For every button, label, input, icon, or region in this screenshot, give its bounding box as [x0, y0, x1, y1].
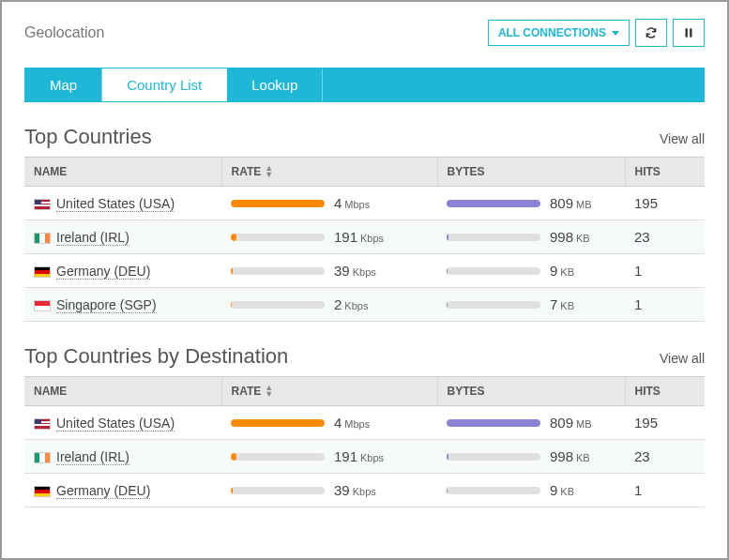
section-title-by-destination: Top Countries by Destination [24, 344, 288, 369]
rate-value: 39 [334, 263, 350, 279]
bytes-value: 998 [550, 448, 573, 464]
top-countries-by-dest-table: NAME RATE▲▼ BYTES HITS United States (US… [24, 376, 705, 507]
refresh-icon [645, 26, 658, 39]
table-row: United States (USA)4Mbps809MB195 [24, 406, 705, 440]
bytes-unit: KB [560, 486, 574, 497]
rate-bar [231, 234, 325, 241]
rate-value: 191 [334, 448, 357, 464]
rate-value: 39 [334, 482, 350, 498]
flag-icon [34, 452, 51, 463]
rate-unit: Kbps [344, 300, 368, 311]
col-header-rate[interactable]: RATE▲▼ [221, 377, 437, 406]
bytes-bar [447, 487, 540, 494]
table-row: United States (USA)4Mbps809MB195 [24, 187, 705, 220]
rate-unit: Kbps [353, 266, 376, 278]
hits-value: 23 [634, 448, 650, 464]
svg-rect-0 [686, 28, 688, 37]
svg-rect-1 [690, 28, 691, 37]
col-header-bytes[interactable]: BYTES [437, 158, 625, 187]
hits-value: 195 [634, 415, 658, 431]
rate-bar [231, 453, 325, 461]
caret-down-icon [612, 31, 619, 36]
bytes-bar [447, 453, 540, 461]
flag-icon [34, 199, 51, 210]
tab-country-list[interactable]: Country List [102, 68, 227, 101]
page-title: Geolocation [24, 24, 104, 41]
col-header-bytes[interactable]: BYTES [437, 377, 625, 406]
table-row: Germany (DEU)39Kbps9KB1 [24, 254, 705, 288]
col-header-name[interactable]: NAME [24, 158, 221, 187]
rate-value: 191 [334, 229, 357, 245]
rate-bar [231, 301, 325, 309]
bytes-bar [447, 301, 540, 309]
rate-unit: Kbps [353, 486, 376, 497]
connections-filter-label: ALL CONNECTIONS [498, 26, 606, 39]
view-all-link[interactable]: View all [660, 351, 705, 366]
rate-value: 2 [334, 296, 342, 312]
rate-bar [231, 267, 325, 275]
bytes-bar [447, 200, 540, 207]
hits-value: 23 [634, 229, 650, 245]
flag-icon [34, 266, 51, 278]
bytes-unit: MB [576, 199, 592, 210]
connections-filter-dropdown[interactable]: ALL CONNECTIONS [488, 20, 630, 46]
section-title-top-countries: Top Countries [24, 125, 152, 149]
rate-unit: Kbps [360, 452, 384, 463]
bytes-value: 998 [550, 229, 573, 245]
hits-value: 1 [634, 296, 642, 312]
bytes-value: 7 [550, 296, 557, 312]
table-row: Ireland (IRL)191Kbps998KB23 [24, 220, 705, 254]
rate-bar [231, 200, 325, 207]
table-row: Singapore (SGP)2Kbps7KB1 [24, 288, 705, 322]
hits-value: 1 [634, 482, 642, 498]
rate-value: 4 [334, 195, 342, 211]
hits-value: 1 [634, 263, 642, 279]
col-header-rate[interactable]: RATE▲▼ [221, 158, 437, 187]
hits-value: 195 [634, 195, 658, 211]
bytes-unit: MB [576, 418, 592, 430]
pause-icon [682, 26, 695, 39]
bytes-unit: KB [560, 266, 574, 278]
refresh-button[interactable] [635, 19, 667, 47]
rate-unit: Kbps [360, 233, 384, 244]
tab-lookup[interactable]: Lookup [227, 68, 323, 101]
flag-icon [34, 233, 51, 244]
bytes-bar [447, 267, 540, 275]
pause-button[interactable] [673, 19, 705, 47]
bytes-bar [447, 419, 540, 427]
rate-unit: Mbps [344, 199, 370, 210]
sort-icon: ▲▼ [265, 165, 273, 178]
country-link[interactable]: Ireland (IRL) [56, 449, 129, 465]
rate-value: 4 [334, 415, 342, 431]
table-row: Ireland (IRL)191Kbps998KB23 [24, 440, 705, 474]
col-header-hits[interactable]: HITS [625, 158, 705, 187]
bytes-value: 9 [550, 482, 557, 498]
top-countries-table: NAME RATE▲▼ BYTES HITS United States (US… [24, 157, 705, 322]
bytes-unit: KB [576, 233, 590, 244]
bytes-value: 809 [550, 415, 573, 431]
flag-icon [34, 300, 51, 311]
rate-bar [231, 487, 325, 494]
country-link[interactable]: United States (USA) [56, 416, 175, 431]
tab-bar: Map Country List Lookup [24, 68, 705, 102]
country-link[interactable]: Germany (DEU) [56, 483, 150, 499]
col-header-hits[interactable]: HITS [625, 377, 705, 406]
sort-icon: ▲▼ [265, 385, 273, 398]
bytes-unit: KB [560, 300, 574, 311]
tab-map[interactable]: Map [25, 68, 102, 101]
rate-unit: Mbps [344, 418, 370, 430]
flag-icon [34, 418, 51, 430]
country-link[interactable]: United States (USA) [56, 196, 175, 212]
rate-bar [231, 419, 325, 427]
flag-icon [34, 486, 51, 497]
view-all-link[interactable]: View all [660, 131, 705, 146]
table-row: Germany (DEU)39Kbps9KB1 [24, 474, 705, 507]
country-link[interactable]: Ireland (IRL) [56, 230, 129, 246]
country-link[interactable]: Singapore (SGP) [56, 297, 157, 313]
bytes-unit: KB [576, 452, 590, 463]
bytes-value: 9 [550, 263, 557, 279]
bytes-value: 809 [550, 195, 573, 211]
country-link[interactable]: Germany (DEU) [56, 264, 150, 280]
col-header-name[interactable]: NAME [24, 377, 221, 406]
bytes-bar [447, 234, 540, 241]
